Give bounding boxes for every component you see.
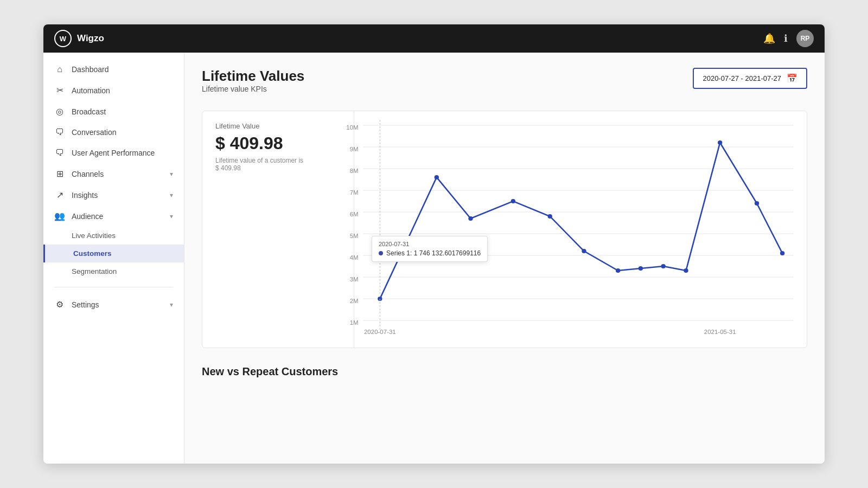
line-chart: 10M 9M 8M 7M 6M 5M 4M 3M 2M 1M xyxy=(363,120,794,337)
chart-point xyxy=(582,249,586,253)
info-icon[interactable]: ℹ xyxy=(784,33,788,44)
sidebar-sub-item-segmentation[interactable]: Segmentation xyxy=(43,262,184,280)
svg-text:2021-05-31: 2021-05-31 xyxy=(704,329,736,335)
user-agent-icon: 🗨 xyxy=(54,148,65,158)
svg-text:10M: 10M xyxy=(346,124,358,131)
notification-icon[interactable]: 🔔 xyxy=(763,33,775,44)
automation-icon: ✂ xyxy=(54,85,65,95)
chart-point xyxy=(755,201,759,206)
audience-icon: 👥 xyxy=(54,211,65,221)
broadcast-icon: ◎ xyxy=(54,106,65,117)
chart-point xyxy=(548,214,552,219)
sidebar-sub-item-live-activities[interactable]: Live Activities xyxy=(43,227,184,245)
page-title-text: Lifetime Values xyxy=(202,68,304,85)
sidebar-item-insights[interactable]: ↗ Insights ▾ xyxy=(43,184,184,206)
sidebar: ⌂ Dashboard ✂ Automation ◎ Broadcast 🗨 C… xyxy=(43,53,184,464)
chart-point xyxy=(511,199,515,203)
kpi-value: $ 409.98 xyxy=(215,133,341,153)
sidebar-label-settings: Settings xyxy=(72,300,99,309)
sidebar-item-automation[interactable]: ✂ Automation xyxy=(43,80,184,101)
channels-icon: ⊞ xyxy=(54,169,65,179)
chart-point xyxy=(435,175,439,179)
page-title: Lifetime Values Lifetime value KPIs xyxy=(202,68,304,106)
sidebar-sub-item-customers[interactable]: Customers xyxy=(43,245,184,262)
svg-text:6M: 6M xyxy=(350,211,359,217)
date-range-text: 2020-07-27 - 2021-07-27 xyxy=(703,74,781,82)
chart-point xyxy=(639,266,643,271)
kpi-description: Lifetime value of a customer is $ 409.98 xyxy=(215,157,341,172)
chart-point xyxy=(780,251,784,255)
insights-icon: ↗ xyxy=(54,190,65,200)
sidebar-label-channels: Channels xyxy=(72,170,104,178)
sidebar-label-conversation: Conversation xyxy=(72,128,117,137)
kpi-chart-section: Lifetime Value $ 409.98 Lifetime value o… xyxy=(202,111,807,348)
sidebar-label-automation: Automation xyxy=(72,86,110,95)
sidebar-label-customers: Customers xyxy=(73,249,112,258)
sidebar-label-segmentation: Segmentation xyxy=(72,267,117,275)
main-layout: ⌂ Dashboard ✂ Automation ◎ Broadcast 🗨 C… xyxy=(43,53,825,464)
date-picker[interactable]: 2020-07-27 - 2021-07-27 📅 xyxy=(693,68,807,89)
sidebar-label-audience: Audience xyxy=(72,212,103,221)
sidebar-item-user-agent[interactable]: 🗨 User Agent Performance xyxy=(43,143,184,163)
new-vs-repeat-section: New vs Repeat Customers xyxy=(202,365,807,378)
settings-chevron: ▾ xyxy=(170,301,173,309)
chart-point xyxy=(684,268,688,273)
sidebar-label-dashboard: Dashboard xyxy=(72,65,109,74)
chart-line xyxy=(380,143,782,299)
kpi-card: Lifetime Value $ 409.98 Lifetime value o… xyxy=(202,111,354,348)
page-subtitle-text: Lifetime value KPIs xyxy=(202,85,304,93)
sidebar-item-settings[interactable]: ⚙ Settings ▾ xyxy=(43,294,184,315)
sidebar-item-broadcast[interactable]: ◎ Broadcast xyxy=(43,101,184,122)
sidebar-item-channels[interactable]: ⊞ Channels ▾ xyxy=(43,163,184,184)
audience-chevron: ▾ xyxy=(170,213,173,220)
sidebar-label-user-agent: User Agent Performance xyxy=(72,149,155,157)
logo: W Wigzo xyxy=(54,30,104,47)
svg-text:8M: 8M xyxy=(350,168,359,174)
insights-chevron: ▾ xyxy=(170,191,173,199)
sidebar-item-audience[interactable]: 👥 Audience ▾ xyxy=(43,206,184,227)
channels-chevron: ▾ xyxy=(170,170,173,178)
calendar-icon: 📅 xyxy=(787,73,797,84)
sidebar-item-conversation[interactable]: 🗨 Conversation xyxy=(43,122,184,143)
content-area: Lifetime Values Lifetime value KPIs 2020… xyxy=(184,53,825,464)
conversation-icon: 🗨 xyxy=(54,127,65,137)
svg-text:2M: 2M xyxy=(350,298,359,304)
sidebar-label-broadcast: Broadcast xyxy=(72,107,106,116)
svg-text:3M: 3M xyxy=(350,276,359,282)
header-actions: 🔔 ℹ RP xyxy=(763,30,814,47)
sidebar-item-dashboard[interactable]: ⌂ Dashboard xyxy=(43,59,184,80)
svg-text:7M: 7M xyxy=(350,189,359,196)
chart-point xyxy=(661,264,666,268)
dashboard-icon: ⌂ xyxy=(54,65,65,74)
app-name: Wigzo xyxy=(77,33,104,44)
svg-text:5M: 5M xyxy=(350,233,359,239)
svg-text:2020-07-31: 2020-07-31 xyxy=(364,329,396,335)
page-header: Lifetime Values Lifetime value KPIs 2020… xyxy=(202,68,807,106)
header: W Wigzo 🔔 ℹ RP xyxy=(43,24,825,53)
settings-icon: ⚙ xyxy=(54,299,65,310)
chart-point xyxy=(468,216,473,221)
app-window: W Wigzo 🔔 ℹ RP ⌂ Dashboard ✂ Automation … xyxy=(43,24,825,464)
svg-text:9M: 9M xyxy=(350,146,359,152)
svg-text:1M: 1M xyxy=(350,319,359,326)
kpi-label: Lifetime Value xyxy=(215,122,341,130)
sidebar-label-live-activities: Live Activities xyxy=(72,232,116,240)
chart-point xyxy=(616,268,620,273)
sidebar-label-insights: Insights xyxy=(72,191,98,200)
chart-point xyxy=(718,140,722,145)
section2-title: New vs Repeat Customers xyxy=(202,365,807,378)
logo-icon: W xyxy=(54,30,72,47)
avatar[interactable]: RP xyxy=(796,30,814,47)
svg-text:4M: 4M xyxy=(350,254,359,261)
